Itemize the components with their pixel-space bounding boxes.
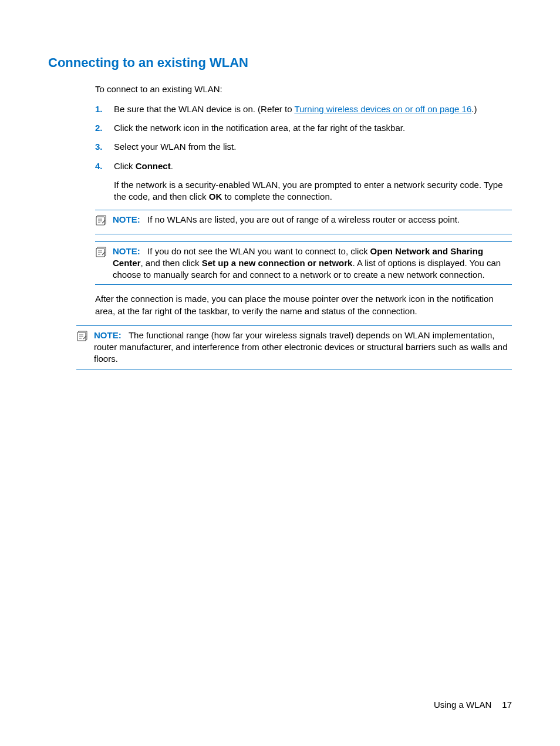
step-text: .) — [471, 104, 477, 114]
page-number: 17 — [502, 700, 512, 710]
ui-term: Set up a new connection or network — [202, 258, 353, 268]
page-footer: Using a WLAN17 — [434, 699, 512, 711]
body-text: After the connection is made, you can pl… — [95, 293, 512, 317]
step-item: 3. Select your WLAN from the list. — [95, 141, 512, 153]
cross-reference-link[interactable]: Turning wireless devices on or off on pa… — [294, 104, 471, 114]
footer-section-title: Using a WLAN — [434, 700, 491, 710]
step-text: . — [171, 161, 173, 171]
note-text: The functional range (how far your wirel… — [94, 330, 508, 364]
step-body: Be sure that the WLAN device is on. (Ref… — [114, 103, 512, 115]
step-text: to complete the connection. — [222, 191, 332, 201]
section-heading: Connecting to an existing WLAN — [48, 54, 512, 72]
note-icon — [95, 215, 109, 230]
step-item: 1. Be sure that the WLAN device is on. (… — [95, 103, 512, 115]
note-label: NOTE: — [113, 246, 140, 256]
step-number: 3. — [95, 141, 114, 153]
step-text: Click the network icon in the notificati… — [114, 122, 512, 134]
note-callout: NOTE: If no WLANs are listed, you are ou… — [95, 210, 512, 234]
note-label: NOTE: — [113, 214, 140, 224]
note-icon — [76, 331, 90, 345]
steps-list: 1. Be sure that the WLAN device is on. (… — [95, 103, 512, 203]
note-callout: NOTE: If you do not see the WLAN you wan… — [95, 241, 512, 285]
step-number: 4. — [95, 160, 114, 172]
note-text: , and then click — [141, 258, 202, 268]
note-callout: NOTE: The functional range (how far your… — [76, 325, 512, 369]
note-label: NOTE: — [94, 330, 122, 340]
step-text: Be sure that the WLAN device is on. (Ref… — [114, 104, 294, 114]
step-item: 4. Click Connect. If the network is a se… — [95, 160, 512, 203]
ui-term: OK — [209, 191, 222, 201]
step-number: 1. — [95, 103, 114, 115]
intro-text: To connect to an existing WLAN: — [95, 83, 512, 95]
step-text: Select your WLAN from the list. — [114, 141, 512, 153]
note-icon — [95, 247, 109, 261]
step-number: 2. — [95, 122, 114, 134]
step-body: Select your WLAN from the list. — [114, 141, 512, 153]
ui-term: Connect — [136, 161, 171, 171]
step-item: 2. Click the network icon in the notific… — [95, 122, 512, 134]
step-body: Click the network icon in the notificati… — [114, 122, 512, 134]
step-body: Click Connect. If the network is a secur… — [114, 160, 512, 203]
note-text: If you do not see the WLAN you want to c… — [147, 246, 370, 256]
step-text: Click — [114, 161, 136, 171]
note-text: If no WLANs are listed, you are out of r… — [147, 214, 460, 224]
